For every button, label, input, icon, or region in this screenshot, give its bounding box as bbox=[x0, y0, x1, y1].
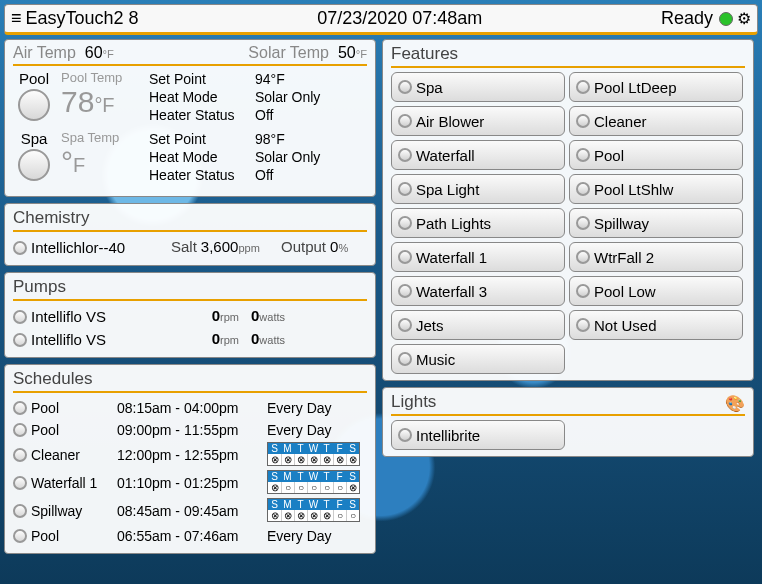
schedule-day-grid[interactable]: SMTWTFS bbox=[267, 442, 360, 466]
feature-label: Cleaner bbox=[594, 113, 647, 130]
feature-label: Spillway bbox=[594, 215, 649, 232]
pump-status-icon[interactable] bbox=[13, 333, 27, 347]
feature-status-icon bbox=[398, 250, 412, 264]
schedule-day-grid[interactable]: SMTWTFS bbox=[267, 470, 360, 494]
feature-status-icon bbox=[398, 182, 412, 196]
feature-button[interactable]: Path Lights bbox=[391, 208, 565, 238]
feature-label: Pool LtShlw bbox=[594, 181, 673, 198]
schedules-title: Schedules bbox=[13, 369, 367, 391]
feature-label: Air Blower bbox=[416, 113, 484, 130]
body-temp: Pool Temp 78°F bbox=[61, 70, 143, 119]
feature-status-icon bbox=[576, 148, 590, 162]
chem-name: Intellichlor--40 bbox=[31, 237, 171, 259]
pumps-panel: Pumps Intelliflo VS 0rpm 0watts Intellif… bbox=[4, 272, 376, 358]
light-button[interactable]: Intellibrite bbox=[391, 420, 565, 450]
body-name: Pool bbox=[13, 70, 55, 121]
feature-label: Jets bbox=[416, 317, 444, 334]
body-row: Spa Spa Temp °F Set PointHeat ModeHeater… bbox=[13, 130, 367, 184]
schedule-times: 08:15am - 04:00pm bbox=[117, 397, 267, 419]
chemistry-panel: Chemistry Intellichlor--40 Salt 3,600 pp… bbox=[4, 203, 376, 266]
schedule-day-grid[interactable]: SMTWTFS bbox=[267, 498, 360, 522]
feature-status-icon bbox=[398, 216, 412, 230]
feature-button[interactable]: Spa bbox=[391, 72, 565, 102]
body-row: Pool Pool Temp 78°F Set PointHeat ModeHe… bbox=[13, 70, 367, 124]
schedule-row: Pool 09:00pm - 11:55pm Every Day bbox=[13, 419, 367, 441]
schedule-times: 08:45am - 09:45am bbox=[117, 500, 267, 522]
schedule-status-icon[interactable] bbox=[13, 476, 27, 490]
feature-button[interactable]: Pool LtShlw bbox=[569, 174, 743, 204]
pump-row: Intelliflo VS 0rpm 0watts bbox=[13, 328, 367, 351]
schedule-days: Every Day bbox=[267, 397, 332, 419]
schedule-name: Pool bbox=[13, 419, 117, 441]
schedule-days: Every Day bbox=[267, 419, 332, 441]
body-toggle-icon[interactable] bbox=[18, 89, 50, 121]
feature-status-icon bbox=[576, 114, 590, 128]
feature-status-icon bbox=[576, 318, 590, 332]
schedule-status-icon[interactable] bbox=[13, 423, 27, 437]
feature-label: Not Used bbox=[594, 317, 657, 334]
feature-status-icon bbox=[398, 80, 412, 94]
feature-label: Spa Light bbox=[416, 181, 479, 198]
feature-label: Path Lights bbox=[416, 215, 491, 232]
schedule-days: Every Day bbox=[267, 525, 332, 547]
feature-button[interactable]: WtrFall 2 bbox=[569, 242, 743, 272]
menu-icon[interactable]: ≡ bbox=[11, 8, 22, 29]
schedule-status-icon[interactable] bbox=[13, 401, 27, 415]
app-title: EasyTouch2 8 bbox=[26, 8, 139, 29]
chemistry-title: Chemistry bbox=[13, 208, 367, 230]
schedule-status-icon[interactable] bbox=[13, 529, 27, 543]
pump-status-icon[interactable] bbox=[13, 310, 27, 324]
feature-status-icon bbox=[398, 284, 412, 298]
air-temp: Air Temp 60°F bbox=[13, 44, 114, 62]
feature-label: Waterfall 3 bbox=[416, 283, 487, 300]
feature-button[interactable]: Waterfall bbox=[391, 140, 565, 170]
features-title: Features bbox=[391, 44, 745, 66]
pump-row: Intelliflo VS 0rpm 0watts bbox=[13, 305, 367, 328]
schedule-row: Pool 06:55am - 07:46am Every Day bbox=[13, 525, 367, 547]
palette-icon[interactable]: 🎨 bbox=[725, 394, 745, 413]
schedule-status-icon[interactable] bbox=[13, 448, 27, 462]
schedules-panel: Schedules Pool 08:15am - 04:00pm Every D… bbox=[4, 364, 376, 554]
feature-button[interactable]: Cleaner bbox=[569, 106, 743, 136]
feature-button[interactable]: Music bbox=[391, 344, 565, 374]
features-panel: Features SpaPool LtDeepAir BlowerCleaner… bbox=[382, 39, 754, 381]
feature-status-icon bbox=[576, 80, 590, 94]
feature-label: Pool bbox=[594, 147, 624, 164]
schedule-times: 06:55am - 07:46am bbox=[117, 525, 267, 547]
feature-button[interactable]: Pool bbox=[569, 140, 743, 170]
header-bar: ≡ EasyTouch2 8 07/23/2020 07:48am Ready … bbox=[4, 4, 758, 35]
schedule-times: 09:00pm - 11:55pm bbox=[117, 419, 267, 441]
lights-panel: Lights 🎨 Intellibrite bbox=[382, 387, 754, 457]
schedule-row: Waterfall 1 01:10pm - 01:25pm SMTWTFS bbox=[13, 469, 367, 497]
feature-button[interactable]: Pool LtDeep bbox=[569, 72, 743, 102]
body-toggle-icon[interactable] bbox=[18, 149, 50, 181]
feature-button[interactable]: Jets bbox=[391, 310, 565, 340]
pump-name: Intelliflo VS bbox=[31, 329, 181, 351]
feature-button[interactable]: Waterfall 1 bbox=[391, 242, 565, 272]
feature-button[interactable]: Spillway bbox=[569, 208, 743, 238]
datetime: 07/23/2020 07:48am bbox=[139, 8, 661, 29]
chem-status-icon[interactable] bbox=[13, 241, 27, 255]
schedule-row: Spillway 08:45am - 09:45am SMTWTFS bbox=[13, 497, 367, 525]
feature-button[interactable]: Air Blower bbox=[391, 106, 565, 136]
feature-label: Music bbox=[416, 351, 455, 368]
feature-button[interactable]: Not Used bbox=[569, 310, 743, 340]
feature-label: Waterfall bbox=[416, 147, 475, 164]
solar-temp: Solar Temp 50°F bbox=[248, 44, 367, 62]
schedule-name: Spillway bbox=[13, 500, 117, 522]
schedule-status-icon[interactable] bbox=[13, 504, 27, 518]
feature-status-icon bbox=[576, 250, 590, 264]
feature-status-icon bbox=[576, 216, 590, 230]
feature-label: Spa bbox=[416, 79, 443, 96]
feature-status-icon bbox=[398, 148, 412, 162]
temps-panel: Air Temp 60°F Solar Temp 50°F Pool Pool … bbox=[4, 39, 376, 197]
feature-label: WtrFall 2 bbox=[594, 249, 654, 266]
body-name: Spa bbox=[13, 130, 55, 181]
schedule-name: Pool bbox=[13, 397, 117, 419]
feature-button[interactable]: Waterfall 3 bbox=[391, 276, 565, 306]
settings-icon[interactable]: ⚙ bbox=[737, 9, 751, 28]
feature-status-icon bbox=[576, 284, 590, 298]
schedule-name: Cleaner bbox=[13, 444, 117, 466]
feature-button[interactable]: Spa Light bbox=[391, 174, 565, 204]
feature-button[interactable]: Pool Low bbox=[569, 276, 743, 306]
